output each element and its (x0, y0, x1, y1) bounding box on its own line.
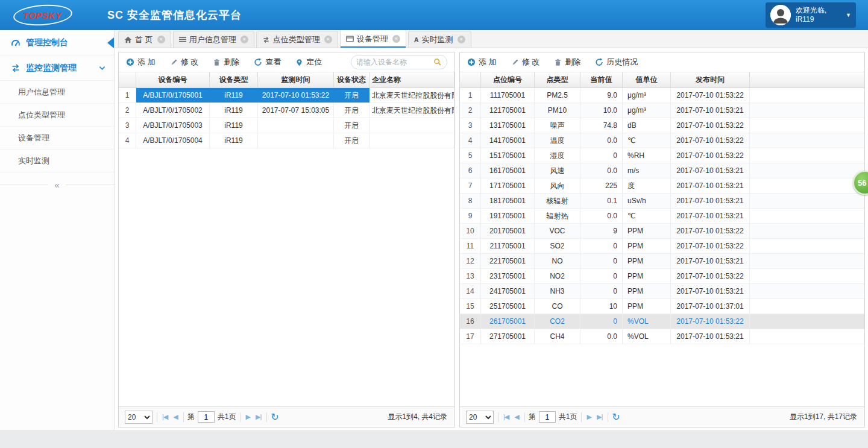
close-icon[interactable]: × (458, 36, 465, 43)
close-icon[interactable]: × (392, 35, 400, 43)
prev-page-button[interactable]: ◀ (172, 413, 178, 421)
last-page-button[interactable]: ▶| (596, 413, 603, 421)
add-button[interactable]: 添 加 (126, 57, 156, 68)
device-panel: 添 加 修 改 删除 查看 (118, 52, 455, 427)
tab-device-mgmt[interactable]: 设备管理 × (340, 30, 406, 48)
table-row[interactable]: 2121705001PM1010.0μg/m³2017-07-10 01:53:… (460, 103, 864, 118)
cell: 241705001 (481, 284, 535, 298)
sidebar-item-device-mgmt[interactable]: 设备管理 (0, 127, 114, 150)
table-row[interactable]: 1111705001PM2.59.0μg/m³2017-07-10 01:53:… (460, 88, 864, 103)
first-page-button[interactable]: |◀ (161, 413, 169, 421)
close-icon[interactable]: × (241, 36, 248, 43)
page-size-select[interactable]: 20 (125, 411, 153, 424)
next-page-button[interactable]: ▶ (244, 413, 251, 421)
last-page-button[interactable]: ▶| (254, 413, 262, 421)
sidebar-item-point-type[interactable]: 点位类型管理 (0, 104, 114, 127)
table-row[interactable]: 11211705001SO20PPM2017-07-10 01:53:22 (460, 239, 864, 254)
tab-home[interactable]: 首 页 × (118, 31, 171, 48)
column-header[interactable]: 点类型 (535, 72, 580, 87)
cell: 13 (460, 269, 481, 283)
page-number-input[interactable] (539, 411, 556, 423)
topsky-logo: TOPSKY (13, 4, 72, 27)
chevron-down-icon (99, 66, 105, 71)
table-row[interactable]: 6161705001风速0.0m/s2017-07-10 01:53:21 (460, 163, 864, 178)
view-button[interactable]: 查看 (254, 57, 281, 68)
cell: 171705001 (481, 178, 535, 193)
column-header[interactable]: 监测时间 (258, 72, 334, 87)
cell: 2017-07-10 01:53:22 (671, 88, 750, 103)
table-row[interactable]: 3131705001噪声74.8dB2017-07-10 01:53:22 (460, 118, 864, 133)
cell: 2017-07-10 01:53:21 (671, 103, 750, 118)
add-button[interactable]: 添 加 (467, 57, 497, 68)
edit-button[interactable]: 修 改 (511, 57, 540, 68)
sidebar-collapse-button[interactable]: « (0, 176, 114, 193)
table-row[interactable]: 3A/BJLT/0/1705003iR119开启 (119, 118, 454, 133)
sidebar-item-user-info[interactable]: 用户信息管理 (0, 81, 114, 104)
cell: 0 (580, 269, 623, 283)
page-number-input[interactable] (198, 411, 215, 423)
table-row[interactable]: 10201705001VOC9PPM2017-07-10 01:53:22 (460, 224, 864, 239)
table-row[interactable]: 15251705001CO10PPM2017-07-10 01:37:01 (460, 299, 864, 314)
page-size-select[interactable]: 20 (466, 411, 494, 424)
refresh-icon[interactable]: ↻ (612, 412, 620, 422)
column-header[interactable]: 当前值 (580, 72, 623, 87)
tab-point-type[interactable]: 点位类型管理 × (256, 31, 338, 48)
prev-page-button[interactable]: ◀ (513, 413, 520, 421)
column-header[interactable]: 设备编号 (136, 72, 210, 87)
cell: %VOL (623, 329, 671, 344)
search-icon[interactable] (433, 58, 442, 66)
cell: 251705001 (481, 299, 535, 314)
column-header[interactable]: 设备状态 (334, 72, 370, 87)
sidebar-item-monitor[interactable]: 监控监测管理 (0, 55, 114, 81)
divider (524, 412, 525, 422)
button-label: 定位 (306, 57, 322, 68)
table-row[interactable]: 7171705001风向225度2017-07-10 01:53:21 (460, 178, 864, 194)
first-page-button[interactable]: |◀ (502, 413, 510, 421)
cell: 2017-07-10 01:53:22 (671, 118, 750, 133)
column-header[interactable]: 设备类型 (210, 72, 258, 87)
cell: 3 (460, 118, 481, 133)
table-row[interactable]: 8181705001核辐射0.1uSv/h2017-07-10 01:53:21 (460, 194, 864, 209)
sidebar-item-console[interactable]: 管理控制台 (0, 30, 114, 55)
close-icon[interactable]: × (157, 36, 165, 43)
delete-button[interactable]: 删除 (213, 57, 239, 68)
cell: 2 (119, 103, 136, 118)
cell: 风速 (535, 163, 580, 178)
sidebar-item-realtime[interactable]: 实时监测 (0, 150, 114, 172)
refresh-icon[interactable]: ↻ (271, 412, 278, 422)
column-header[interactable]: 企业名称 (370, 72, 454, 87)
table-row[interactable]: 2A/BJLT/0/1705002iR1192017-07-07 15:03:0… (119, 103, 454, 118)
table-row[interactable]: 17271705001CH40.0%VOL2017-07-10 01:53:21 (460, 329, 864, 344)
table-row[interactable]: 13231705001NO20PPM2017-07-10 01:53:22 (460, 269, 864, 284)
table-row[interactable]: 5151705001湿度0%RH2017-07-10 01:53:22 (460, 148, 864, 163)
user-menu[interactable]: 欢迎光临, iR119 ▼ (766, 2, 856, 28)
point-table: 点位编号点类型当前值值单位发布时间 1111705001PM2.59.0μg/m… (460, 72, 864, 406)
table-row[interactable]: 9191705001辐射热0.0℃2017-07-10 01:53:21 (460, 209, 864, 224)
tab-realtime[interactable]: A 实时监测 × (408, 31, 471, 48)
tab-user-info[interactable]: 用户信息管理 × (173, 31, 254, 48)
table-row[interactable]: 4A/BJLT/0/1705004iR119开启 (119, 133, 454, 148)
divider (183, 412, 184, 422)
gauge-icon (11, 38, 20, 48)
cell: 湿度 (535, 148, 580, 163)
table-row[interactable]: 1A/BJLT/0/1705001iR1192017-07-10 01:53:2… (119, 88, 454, 103)
search-input[interactable] (356, 58, 433, 66)
table-row[interactable]: 12221705001NO0PPM2017-07-10 01:53:21 (460, 254, 864, 269)
row-number-header (119, 72, 136, 87)
column-header[interactable]: 点位编号 (481, 72, 535, 87)
table-row[interactable]: 4141705001温度0.0℃2017-07-10 01:53:22 (460, 133, 864, 148)
delete-button[interactable]: 删除 (554, 57, 580, 68)
locate-button[interactable]: 定位 (295, 57, 322, 68)
table-row[interactable]: 16261705001CO20%VOL2017-07-10 01:53:22 (460, 314, 864, 329)
page-total-label: 共1页 (559, 412, 577, 422)
close-icon[interactable]: × (324, 36, 332, 43)
history-button[interactable]: 历史情况 (595, 57, 638, 68)
table-row[interactable]: 14241705001NH30PPM2017-07-10 01:53:21 (460, 284, 864, 299)
next-page-button[interactable]: ▶ (585, 413, 592, 421)
edit-button[interactable]: 修 改 (170, 57, 199, 68)
active-arrow-marker (107, 37, 114, 48)
column-header[interactable]: 值单位 (623, 72, 671, 87)
tab-label: 点位类型管理 (273, 34, 320, 45)
point-panel: 添 加 修 改 删除 历史情况 点位编号 (459, 52, 865, 427)
column-header[interactable]: 发布时间 (671, 72, 750, 87)
